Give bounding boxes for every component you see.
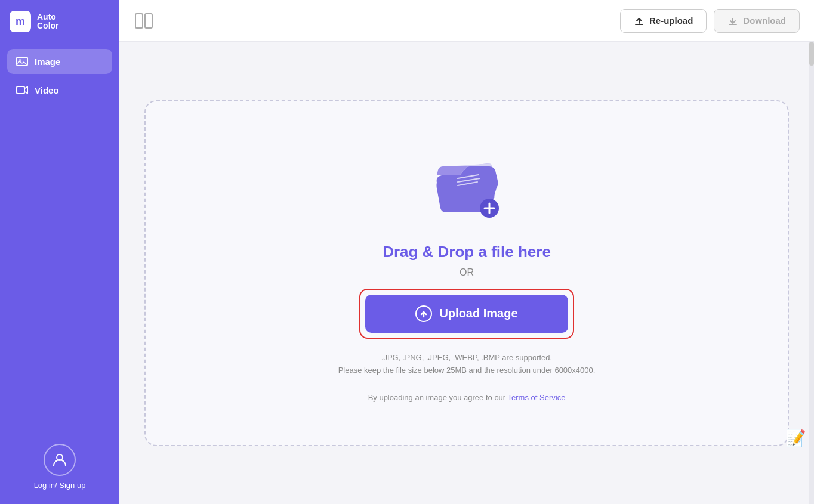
folder-illustration xyxy=(425,156,508,221)
sidebar-item-video[interactable]: Video xyxy=(7,78,112,103)
download-label: Download xyxy=(743,16,786,26)
panel-toggle-icon[interactable] xyxy=(134,13,154,29)
supported-formats: .JPG, .PNG, .JPEG, .WEBP, .BMP are suppo… xyxy=(338,352,596,377)
topbar: Re-upload Download xyxy=(119,0,814,42)
video-icon xyxy=(16,84,29,97)
avatar xyxy=(44,444,76,476)
svg-rect-5 xyxy=(145,14,152,28)
logo-line1: Auto xyxy=(37,13,59,21)
format-line1: .JPG, .PNG, .JPEG, .WEBP, .BMP are suppo… xyxy=(381,353,552,362)
topbar-right: Re-upload Download xyxy=(620,9,800,33)
svg-rect-0 xyxy=(17,57,27,66)
svg-rect-2 xyxy=(17,86,24,94)
or-text: OR xyxy=(460,267,474,278)
logo-letter: m xyxy=(16,16,25,28)
content-area: Drag & Drop a file here OR Upload Image … xyxy=(119,42,814,504)
logo-text: Auto Color xyxy=(37,13,59,31)
login-label: Log in/ Sign up xyxy=(34,481,86,490)
logo-area[interactable]: m Auto Color xyxy=(0,0,119,43)
format-line2: Please keep the file size below 25MB and… xyxy=(338,366,596,375)
reupload-label: Re-upload xyxy=(649,16,693,26)
terms-text: By uploading an image you agree to our T… xyxy=(368,393,566,402)
upload-button-wrapper: Upload Image xyxy=(359,289,574,339)
logo-icon: m xyxy=(10,11,31,32)
logo-line2: Color xyxy=(37,21,59,30)
download-button[interactable]: Download xyxy=(714,9,800,33)
notepad-widget[interactable]: 📝 xyxy=(783,425,808,450)
svg-point-1 xyxy=(19,59,21,61)
main-content: Re-upload Download xyxy=(119,0,814,504)
upload-image-label: Upload Image xyxy=(439,307,517,320)
sidebar-image-label: Image xyxy=(35,57,60,67)
topbar-left xyxy=(134,13,154,29)
scrollbar-thumb[interactable] xyxy=(809,42,814,66)
image-icon xyxy=(16,55,29,68)
dropzone-card[interactable]: Drag & Drop a file here OR Upload Image … xyxy=(144,100,789,446)
upload-image-button[interactable]: Upload Image xyxy=(365,295,568,333)
terms-prefix: By uploading an image you agree to our xyxy=(368,393,508,402)
drag-title: Drag & Drop a file here xyxy=(383,243,551,261)
terms-link[interactable]: Terms of Service xyxy=(508,393,566,402)
sidebar: m Auto Color Image xyxy=(0,0,119,504)
svg-rect-4 xyxy=(135,14,143,28)
nav-items: Image Video xyxy=(0,43,119,109)
sidebar-bottom[interactable]: Log in/ Sign up xyxy=(34,444,86,490)
sidebar-video-label: Video xyxy=(35,85,59,95)
reupload-button[interactable]: Re-upload xyxy=(620,9,707,33)
sidebar-item-image[interactable]: Image xyxy=(7,49,112,74)
scrollbar-track[interactable] xyxy=(809,42,814,504)
